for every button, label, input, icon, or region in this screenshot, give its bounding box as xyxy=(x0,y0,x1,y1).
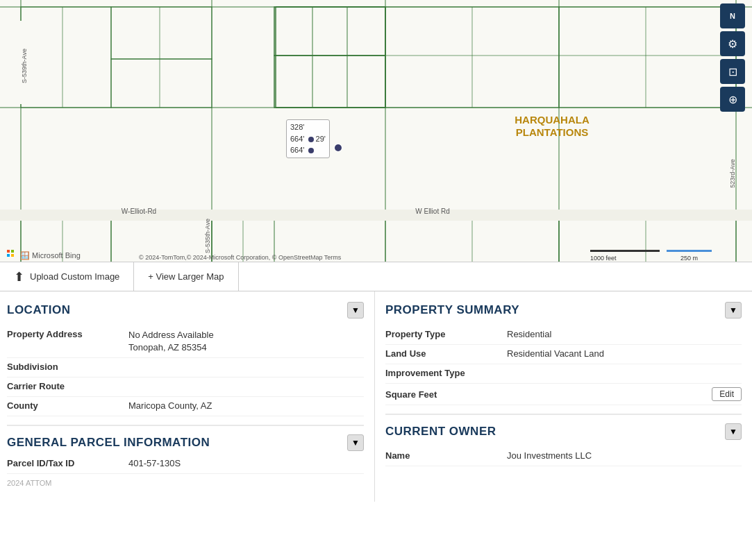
property-address-value: No Address Available Tonopah, AZ 85354 xyxy=(128,329,364,354)
upload-icon: ⬆ xyxy=(14,269,24,285)
property-type-row: Property Type Residential xyxy=(385,325,742,345)
subdivision-row: Subdivision xyxy=(7,358,364,377)
general-parcel-toggle-btn[interactable]: ▼ xyxy=(347,434,364,451)
view-map-btn-label: + View Larger Map xyxy=(148,271,224,282)
meas-1: 328' xyxy=(290,123,304,131)
svg-text:W Elliot Rd: W Elliot Rd xyxy=(415,207,449,215)
svg-rect-51 xyxy=(667,250,712,252)
subdivision-value xyxy=(128,362,364,373)
property-summary-toggle-icon: ▼ xyxy=(729,305,737,315)
meas-dot-2 xyxy=(308,148,314,153)
svg-rect-57 xyxy=(11,254,14,257)
meas-3: 29' xyxy=(316,135,326,143)
year-label: 2024 ATTOM xyxy=(7,479,51,487)
parcel-id-value: 401-57-130S xyxy=(128,458,364,470)
map-toolbar: ⬆ Upload Custom Image + View Larger Map xyxy=(0,262,752,291)
svg-rect-36 xyxy=(0,210,752,221)
square-feet-content: Square Feet xyxy=(385,389,712,400)
map-controls: N ⚙ ⊡ ⊕ xyxy=(720,3,745,112)
upload-image-btn[interactable]: ⬆ Upload Custom Image xyxy=(0,262,134,291)
current-owner-header: CURRENT OWNER ▼ xyxy=(385,423,742,440)
location-section-header: LOCATION ▼ xyxy=(7,302,364,319)
bing-logo: 🪟 Microsoft Bing xyxy=(7,250,81,261)
land-use-label: Land Use xyxy=(385,348,507,360)
svg-text:S-535th-Ave: S-535th-Ave xyxy=(204,219,211,253)
county-value: Maricopa County, AZ xyxy=(128,400,364,412)
square-feet-row: Square Feet Edit xyxy=(385,384,742,405)
left-panel: LOCATION ▼ Property Address No Address A… xyxy=(0,291,375,502)
address-line2: Tonopah, AZ 85354 xyxy=(128,342,207,353)
svg-rect-55 xyxy=(11,250,14,253)
parcel-id-row: Parcel ID/Tax ID 401-57-130S xyxy=(7,455,364,474)
square-feet-label: Square Feet xyxy=(385,389,507,400)
svg-text:W-Elliot-Rd: W-Elliot-Rd xyxy=(122,207,156,215)
property-type-value: Residential xyxy=(507,329,742,341)
property-summary-title: PROPERTY SUMMARY xyxy=(385,303,519,317)
land-use-row: Land Use Residential Vacant Land xyxy=(385,345,742,364)
view-larger-map-btn[interactable]: + View Larger Map xyxy=(134,262,238,291)
property-summary-toggle-btn[interactable]: ▼ xyxy=(725,302,742,319)
property-summary-header: PROPERTY SUMMARY ▼ xyxy=(385,302,742,319)
current-owner-title: CURRENT OWNER xyxy=(385,425,496,439)
carrier-route-label: Carrier Route xyxy=(7,381,128,393)
north-btn[interactable]: N xyxy=(720,3,745,28)
svg-text:S-539th-Ave: S-539th-Ave xyxy=(21,49,28,83)
improvement-type-value xyxy=(507,368,742,380)
measurement-bubble: 328' 664' 29' 664' xyxy=(286,119,330,158)
carrier-route-row: Carrier Route xyxy=(7,377,364,397)
svg-rect-50 xyxy=(590,250,660,252)
location-toggle-icon: ▼ xyxy=(351,305,360,315)
right-panel: PROPERTY SUMMARY ▼ Property Type Residen… xyxy=(375,291,752,502)
improvement-type-row: Improvement Type xyxy=(385,364,742,384)
improvement-type-label: Improvement Type xyxy=(385,368,507,380)
settings-btn[interactable]: ⚙ xyxy=(720,31,745,56)
square-feet-edit-btn[interactable]: Edit xyxy=(712,387,742,401)
location-title: LOCATION xyxy=(7,303,71,317)
map-copyright: © 2024-TomTom,© 2024-Microsoft Corporati… xyxy=(139,254,341,261)
svg-rect-54 xyxy=(7,250,10,253)
meas-4: 664' xyxy=(290,146,304,154)
crosshair-btn[interactable]: ⊕ xyxy=(720,87,745,112)
svg-text:HARQUAHALA: HARQUAHALA xyxy=(515,114,590,126)
location-toggle-btn[interactable]: ▼ xyxy=(347,302,364,319)
location-divider xyxy=(7,425,364,426)
year-watermark-area: 2024 ATTOM xyxy=(7,477,364,491)
meas-2: 664' xyxy=(290,135,304,143)
bing-icon: 🪟 Microsoft Bing xyxy=(7,250,81,261)
carrier-route-value xyxy=(128,381,364,393)
owner-name-row: Name Jou Investments LLC xyxy=(385,447,742,466)
general-parcel-toggle-icon: ▼ xyxy=(351,438,360,448)
general-parcel-title: GENERAL PARCEL INFORMATION xyxy=(7,436,210,450)
svg-rect-56 xyxy=(7,254,10,257)
county-row: County Maricopa County, AZ xyxy=(7,397,364,416)
parcel-id-label: Parcel ID/Tax ID xyxy=(7,458,128,470)
owner-name-value: Jou Investments LLC xyxy=(507,450,742,462)
frame-btn[interactable]: ⊡ xyxy=(720,59,745,84)
svg-text:PLANTATIONS: PLANTATIONS xyxy=(516,126,588,138)
property-address-label: Property Address xyxy=(7,329,128,354)
current-owner-toggle-icon: ▼ xyxy=(729,427,737,436)
county-label: County xyxy=(7,400,128,412)
property-summary-divider xyxy=(385,414,742,415)
map-container: W-Elliot-Rd W Elliot Rd S-539th-Ave S-53… xyxy=(0,0,752,291)
land-use-value: Residential Vacant Land xyxy=(507,348,742,360)
svg-text:1000 feet: 1000 feet xyxy=(590,255,617,262)
map-svg: W-Elliot-Rd W Elliot Rd S-539th-Ave S-53… xyxy=(0,0,752,264)
meas-dot-1 xyxy=(308,137,314,142)
current-owner-toggle-btn[interactable]: ▼ xyxy=(725,423,742,440)
general-parcel-header: GENERAL PARCEL INFORMATION ▼ xyxy=(7,434,364,451)
content-area: LOCATION ▼ Property Address No Address A… xyxy=(0,291,752,502)
property-type-label: Property Type xyxy=(385,329,507,341)
svg-rect-0 xyxy=(0,0,752,264)
square-feet-value xyxy=(507,389,712,400)
property-address-row: Property Address No Address Available To… xyxy=(7,325,364,358)
owner-name-label: Name xyxy=(385,450,507,462)
upload-btn-label: Upload Custom Image xyxy=(30,271,119,282)
svg-text:523rd-Ave: 523rd-Ave xyxy=(729,159,736,187)
address-line1: No Address Available xyxy=(128,330,214,340)
subdivision-label: Subdivision xyxy=(7,362,128,373)
svg-text:250 m: 250 m xyxy=(680,255,698,262)
svg-point-42 xyxy=(335,144,342,151)
